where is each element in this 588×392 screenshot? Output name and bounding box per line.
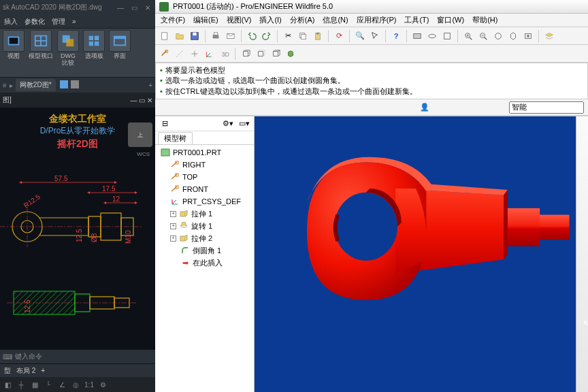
gear-icon[interactable]: ⚙ xyxy=(98,380,108,389)
proe-3d-viewport[interactable]: ↖ xyxy=(255,116,576,392)
menu-info[interactable]: 信息(N) xyxy=(320,15,350,25)
hidden-line-icon[interactable] xyxy=(254,47,267,61)
menu-window[interactable]: 窗口(W) xyxy=(434,15,467,25)
expand-icon[interactable]: + xyxy=(170,211,176,217)
ribbon-tab[interactable]: 插入 xyxy=(4,17,18,27)
tree-round[interactable]: 倒圆角 1 xyxy=(155,244,254,257)
polar-icon[interactable]: ∠ xyxy=(57,380,67,389)
zoom-out-icon[interactable] xyxy=(476,29,490,43)
viewport-icon[interactable] xyxy=(30,30,52,52)
snap-icon[interactable]: ▦ xyxy=(30,380,39,389)
layers-icon[interactable] xyxy=(542,29,556,43)
zoom-in-icon[interactable] xyxy=(461,29,475,43)
menu-help[interactable]: 帮助(H) xyxy=(470,15,500,25)
plus-icon[interactable]: + xyxy=(148,82,152,89)
menu-analysis[interactable]: 分析(A) xyxy=(287,15,318,25)
save-icon[interactable] xyxy=(188,29,201,43)
grid-icon[interactable]: ┼ xyxy=(16,380,26,389)
ribbon-group-dwgcompare[interactable]: DWG 比较 xyxy=(56,30,80,67)
print-icon[interactable] xyxy=(209,29,223,43)
ortho-icon[interactable]: └ xyxy=(44,380,53,389)
model-space-icon[interactable]: ◧ xyxy=(3,380,12,389)
csys-display-icon[interactable] xyxy=(203,47,216,61)
menu-tools[interactable]: 工具(T) xyxy=(402,15,431,25)
tree-show-icon[interactable]: ▭▾ xyxy=(238,117,251,131)
close-icon[interactable]: ✕ xyxy=(143,3,152,12)
menu-edit[interactable]: 编辑(E) xyxy=(191,15,221,25)
command-line[interactable]: ⌨ 键入命令 xyxy=(0,350,155,363)
interface-icon[interactable] xyxy=(109,30,131,52)
minimize-icon[interactable]: — xyxy=(130,97,137,104)
refit-icon[interactable] xyxy=(491,29,505,43)
doc-tab[interactable]: 网教2D图* xyxy=(16,79,56,91)
tree-tab-model[interactable]: 模型树 xyxy=(158,132,193,144)
person-icon[interactable]: 👤 xyxy=(418,101,431,114)
find-icon[interactable]: 🔍 xyxy=(353,29,367,43)
close-icon[interactable]: ✕ xyxy=(147,97,152,104)
ribbon-group-viewport[interactable]: 模型视口 xyxy=(27,30,54,60)
paste-icon[interactable] xyxy=(311,29,325,43)
restore-icon[interactable]: ▭ xyxy=(139,97,145,104)
spin-icon[interactable] xyxy=(425,29,439,43)
plane-display-icon[interactable] xyxy=(158,47,172,61)
layout-tab[interactable]: 型 xyxy=(4,366,11,376)
menu-apps[interactable]: 应用程序(P) xyxy=(354,15,399,25)
saved-views-icon[interactable] xyxy=(521,29,535,43)
mail-icon[interactable] xyxy=(224,29,238,43)
axis-display-icon[interactable] xyxy=(173,47,186,61)
palettes-icon[interactable] xyxy=(83,30,105,52)
wireframe-icon[interactable] xyxy=(239,47,252,61)
zoom-icon[interactable]: 1:1 xyxy=(84,380,94,389)
grid-icon[interactable] xyxy=(60,80,68,88)
maximize-icon[interactable]: ▭ xyxy=(129,3,139,12)
grid-icon[interactable] xyxy=(71,80,79,88)
no-hidden-icon[interactable] xyxy=(269,47,282,61)
tree-toggle-icon[interactable]: ⊟ xyxy=(158,117,172,131)
tree-insert-here[interactable]: ➡ 在此插入 xyxy=(155,257,254,269)
menu-view[interactable]: 视图(V) xyxy=(224,15,255,25)
menu-insert[interactable]: 插入(I) xyxy=(257,15,284,25)
layout-tab[interactable]: 布局 2 xyxy=(16,366,35,376)
help-icon[interactable]: ? xyxy=(389,29,403,43)
acad-drawing-canvas[interactable]: 金缕衣工作室 D/ProE从零开始教学 摇杆2D图 上 WCS 57.5 17.… xyxy=(0,108,155,350)
ribbon-tab[interactable]: 参数化 xyxy=(24,17,45,27)
tree-datum[interactable]: TOP xyxy=(155,171,254,183)
ribbon-group-interface[interactable]: 界面 xyxy=(108,30,132,60)
new-icon[interactable] xyxy=(158,29,172,43)
tree-datum[interactable]: RIGHT xyxy=(155,159,254,171)
shaded-icon[interactable] xyxy=(284,47,297,61)
menu-file[interactable]: 文件(F) xyxy=(158,15,188,25)
tree-feature[interactable]: + 拉伸 1 xyxy=(155,208,254,220)
ribbon-group-palettes[interactable]: 选项板 xyxy=(82,30,106,60)
tree-feature[interactable]: + 拉伸 2 xyxy=(155,232,254,244)
display-style-icon[interactable] xyxy=(410,29,424,43)
ribbon-tab-overflow[interactable]: » xyxy=(72,18,76,25)
annotation-display-icon[interactable]: 3D xyxy=(218,47,231,61)
tree-settings-icon[interactable]: ⚙▾ xyxy=(221,117,235,131)
redo-icon[interactable] xyxy=(260,29,274,43)
tree-datum[interactable]: FRONT xyxy=(155,183,254,195)
tree-root[interactable]: PRT0001.PRT xyxy=(155,146,254,159)
dwg-compare-icon[interactable] xyxy=(57,30,79,52)
add-layout-button[interactable]: + xyxy=(41,367,45,374)
view-normal-icon[interactable] xyxy=(440,29,454,43)
tree-csys[interactable]: PRT_CSYS_DEF xyxy=(155,195,254,208)
cut-icon[interactable]: ✂ xyxy=(281,29,295,43)
ribbon-tab[interactable]: 管理 xyxy=(52,17,65,27)
expand-icon[interactable]: + xyxy=(170,223,176,229)
undo-icon[interactable] xyxy=(245,29,259,43)
model-tree[interactable]: PRT0001.PRT RIGHT TOP FRONT PRT_CSYS_DEF xyxy=(155,145,254,270)
point-display-icon[interactable] xyxy=(188,47,201,61)
select-icon[interactable] xyxy=(368,29,382,43)
osnap-icon[interactable]: ◎ xyxy=(71,380,80,389)
expand-icon[interactable]: + xyxy=(170,235,176,242)
orient-icon[interactable] xyxy=(506,29,520,43)
copy-icon[interactable] xyxy=(296,29,310,43)
view-icon[interactable] xyxy=(3,30,24,52)
open-icon[interactable] xyxy=(173,29,186,43)
tree-feature[interactable]: + 旋转 1 xyxy=(155,220,254,232)
minimize-icon[interactable]: — xyxy=(116,3,125,12)
selection-filter-input[interactable] xyxy=(509,101,584,114)
ribbon-group-view[interactable]: 视图 xyxy=(1,30,26,60)
regenerate-icon[interactable]: ⟳ xyxy=(332,29,346,43)
